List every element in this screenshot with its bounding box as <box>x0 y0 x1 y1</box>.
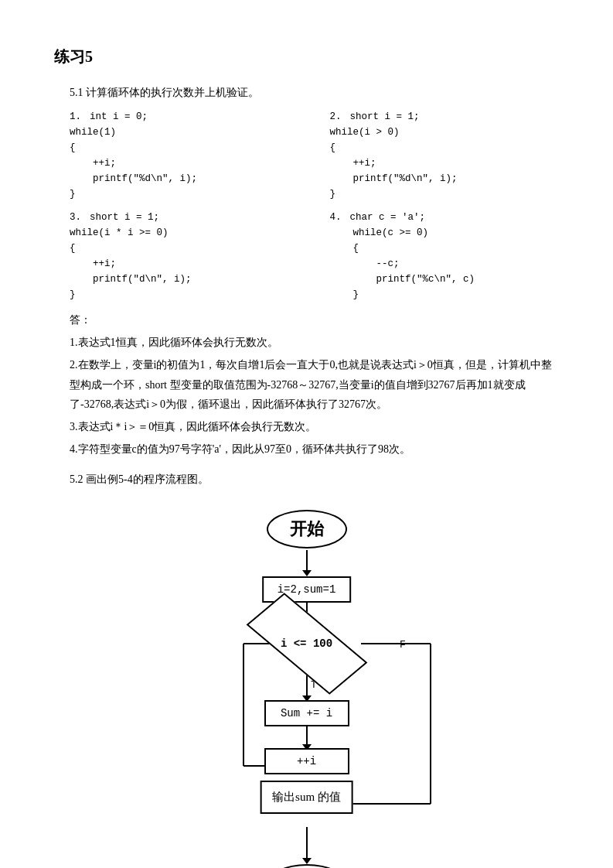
svg-text:F: F <box>400 639 406 651</box>
flowchart-init: i=2,sum=1 <box>262 576 352 603</box>
svg-marker-1 <box>302 570 312 576</box>
page-title: 练习5 <box>54 46 559 67</box>
section-51-title: 5.1 计算循环体的执行次数并上机验证。 <box>70 86 559 100</box>
code-row-2: 3. short i = 1; while(i * i >= 0) { ++i;… <box>70 210 559 302</box>
code-text-4 <box>344 212 350 223</box>
code-item-2: 2. short i = 1; while(i > 0) { ++i; prin… <box>330 109 560 202</box>
flowchart-end: 结束 <box>267 864 347 868</box>
code-text-1 <box>84 111 90 122</box>
flowchart-condition-label: i <= 100 <box>281 637 332 650</box>
code-body-4: char c = 'a'; while(c >= 0) { --c; print… <box>330 212 475 300</box>
answer-label: 答： <box>70 310 559 330</box>
answer-4: 4.字符型变量c的值为97号字符'a'，因此从97至0，循环体共执行了98次。 <box>70 439 559 459</box>
code-text-2 <box>344 111 350 122</box>
section-52-label: 5.2 画出例5-4的程序流程图。 <box>70 473 209 485</box>
code-body-2: short i = 1; while(i > 0) { ++i; printf(… <box>330 111 458 200</box>
answer-2: 2.在数学上，变量i的初值为1，每次自增1后会一直大于0,也就是说表达式i＞0恒… <box>70 355 559 414</box>
answer-3: 3.表达式i＊i＞＝0恒真，因此循环体会执行无数次。 <box>70 417 559 436</box>
code-num-4: 4. <box>330 212 342 223</box>
flowchart-output: 输出sum 的值 <box>260 781 353 814</box>
code-body-1: int i = 0; while(1) { ++i; printf("%d\n"… <box>70 111 197 200</box>
code-num-2: 2. <box>330 111 342 122</box>
answer-1: 1.表达式1恒真，因此循环体会执行无数次。 <box>70 333 559 352</box>
code-num-1: 1. <box>70 111 81 122</box>
flowchart-container: T F 开始 i=2,sum=1 <box>175 502 438 868</box>
flowchart-condition-container: i <= 100 <box>245 617 369 671</box>
code-item-3: 3. short i = 1; while(i * i >= 0) { ++i;… <box>70 210 299 302</box>
code-body-3: short i = 1; while(i * i >= 0) { ++i; pr… <box>70 212 192 300</box>
answer-section: 答： 1.表达式1恒真，因此循环体会执行无数次。 2.在数学上，变量i的初值为1… <box>70 310 559 459</box>
code-num-3: 3. <box>70 212 81 223</box>
code-text-3 <box>84 212 90 223</box>
flowchart-body1: Sum += i <box>264 700 349 726</box>
svg-marker-19 <box>302 858 312 864</box>
flowchart-start: 开始 <box>267 510 347 548</box>
code-row-1: 1. int i = 0; while(1) { ++i; printf("%d… <box>70 109 559 202</box>
section-52-title: 5.2 画出例5-4的程序流程图。 <box>70 473 559 487</box>
flowchart-body2: ++i <box>264 748 349 774</box>
code-item-1: 1. int i = 0; while(1) { ++i; printf("%d… <box>70 109 299 202</box>
code-item-4: 4. char c = 'a'; while(c >= 0) { --c; pr… <box>330 210 560 302</box>
